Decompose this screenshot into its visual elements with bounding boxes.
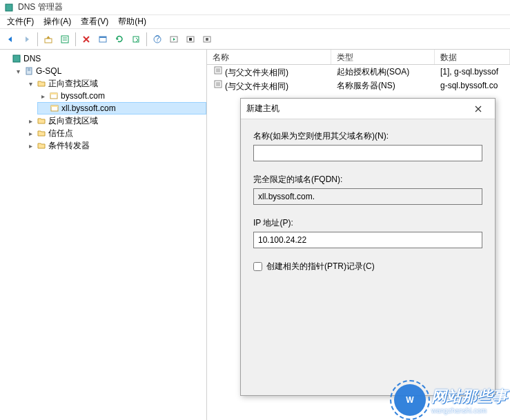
menu-file[interactable]: 文件(F) (3, 15, 38, 28)
tree-label: 信任点 (48, 128, 73, 139)
tree-server[interactable]: ▾ G-SQL (12, 65, 206, 77)
tree-root-dns[interactable]: DNS (0, 52, 206, 65)
folder-icon (36, 128, 47, 139)
cell-type: 名称服务器(NS) (331, 80, 435, 92)
svg-rect-23 (51, 106, 58, 107)
cell-type: 起始授权机构(SOA) (331, 66, 435, 78)
chevron-down-icon: ▾ (14, 67, 22, 75)
chevron-right-icon: ▸ (26, 141, 35, 150)
svg-rect-21 (50, 93, 57, 94)
tree-panel: DNS ▾ G-SQL ▾ (0, 50, 207, 420)
folder-icon (36, 140, 47, 151)
new-host-dialog: 新建主机 名称(如果为空则使用其父域名称)(N): 完全限定的域名(FQDN):… (240, 98, 496, 396)
svg-rect-12 (189, 38, 192, 41)
watermark: W 网站那些事 wangzhanshi.com (394, 384, 507, 416)
cell-data: g-sql.byssoft.co (435, 81, 510, 90)
tree-label: byssoft.com (61, 91, 105, 101)
pause-button[interactable] (199, 32, 215, 47)
menu-help[interactable]: 帮助(H) (114, 15, 150, 28)
name-input[interactable] (253, 145, 482, 161)
dialog-titlebar[interactable]: 新建主机 (241, 99, 495, 119)
delete-button[interactable] (79, 32, 94, 47)
table-row[interactable]: (与父文件夹相同) 起始授权机构(SOA) [1], g-sql.byssof (207, 65, 510, 79)
column-name[interactable]: 名称 (207, 50, 331, 64)
refresh-button[interactable] (112, 32, 127, 47)
list-body: (与父文件夹相同) 起始授权机构(SOA) [1], g-sql.byssof … (207, 65, 510, 92)
table-row[interactable]: (与父文件夹相同) 名称服务器(NS) g-sql.byssoft.co (207, 79, 510, 92)
ptr-checkbox-row[interactable]: 创建相关的指针(PTR)记录(C) (253, 261, 482, 272)
chevron-right-icon: ▸ (26, 117, 35, 125)
app-icon (4, 3, 14, 12)
menubar: 文件(F) 操作(A) 查看(V) 帮助(H) (0, 15, 510, 29)
record-icon (213, 65, 224, 76)
tree-zone-xll[interactable]: xll.byssoft.com (37, 102, 206, 114)
svg-text:?: ? (155, 34, 160, 43)
tree-label: 正向查找区域 (48, 78, 98, 90)
watermark-text: 网站那些事 (431, 386, 507, 407)
help-button[interactable]: ? (150, 32, 165, 47)
ptr-checkbox[interactable] (253, 262, 262, 271)
cell-name: (与父文件夹相同) (225, 68, 288, 77)
tree-label: G-SQL (36, 66, 61, 76)
toolbar: ? (0, 29, 510, 50)
forward-button[interactable] (19, 32, 35, 47)
toolbar-separator (75, 32, 76, 46)
menu-action[interactable]: 操作(A) (39, 15, 75, 28)
column-type[interactable]: 类型 (331, 50, 435, 64)
tree-label: DNS (23, 54, 41, 63)
tree-forward-zone[interactable]: ▾ 正向查找区域 (25, 77, 206, 90)
folder-icon (36, 115, 47, 126)
svg-rect-13 (204, 37, 210, 42)
back-button[interactable] (3, 32, 18, 47)
fqdn-label: 完全限定的域名(FQDN): (253, 174, 482, 186)
stop-button[interactable] (183, 32, 198, 47)
tree-conditional-forwarders[interactable]: ▸ 条件转发器 (25, 139, 206, 152)
run-button[interactable] (166, 32, 182, 47)
ip-input[interactable] (253, 232, 482, 248)
watermark-logo: W (394, 384, 426, 416)
tree-reverse-zone[interactable]: ▸ 反向查找区域 (25, 114, 206, 127)
ip-label: IP 地址(P): (253, 217, 482, 229)
window-title: DNS 管理器 (18, 1, 63, 13)
menu-view[interactable]: 查看(V) (77, 15, 112, 28)
name-label: 名称(如果为空则使用其父域名称)(N): (253, 130, 482, 142)
dialog-title-text: 新建主机 (246, 103, 279, 114)
dns-icon (11, 53, 22, 64)
tree-trust-points[interactable]: ▸ 信任点 (25, 127, 206, 139)
export-button[interactable] (128, 32, 144, 47)
svg-rect-7 (133, 37, 139, 42)
cell-name: (与父文件夹相同) (225, 81, 288, 91)
ptr-label: 创建相关的指针(PTR)记录(C) (266, 261, 375, 272)
column-data[interactable]: 数据 (435, 50, 510, 64)
zone-icon (48, 90, 59, 101)
tree-zone-byssoft[interactable]: ▸ byssoft.com (37, 90, 206, 102)
content-panel: 名称 类型 数据 (与父文件夹相同) 起始授权机构(SOA) [1], g-sq… (207, 50, 510, 420)
chevron-down-icon (1, 54, 10, 63)
toolbar-separator (146, 32, 147, 46)
close-icon (474, 105, 482, 113)
zone-icon (49, 103, 60, 114)
main-split: DNS ▾ G-SQL ▾ (0, 50, 510, 420)
up-button[interactable] (41, 32, 56, 47)
folder-icon (36, 78, 47, 89)
svg-rect-0 (6, 4, 12, 11)
tree-label: 反向查找区域 (48, 115, 98, 127)
chevron-right-icon: ▸ (26, 129, 35, 137)
spacer (39, 104, 48, 112)
server-icon (23, 66, 35, 77)
list-header: 名称 类型 数据 (207, 50, 510, 65)
chevron-down-icon: ▾ (26, 79, 35, 88)
svg-rect-6 (99, 37, 106, 38)
cell-data: [1], g-sql.byssof (435, 67, 510, 77)
tree-label: 条件转发器 (48, 140, 90, 152)
window-titlebar: DNS 管理器 (0, 0, 510, 15)
dialog-body: 名称(如果为空则使用其父域名称)(N): 完全限定的域名(FQDN): IP 地… (241, 119, 495, 283)
close-button[interactable] (467, 101, 489, 117)
record-icon (213, 79, 224, 90)
new-window-button[interactable] (95, 32, 110, 47)
chevron-right-icon: ▸ (39, 92, 47, 100)
toolbar-separator (37, 32, 38, 46)
svg-rect-16 (13, 55, 20, 62)
svg-rect-2 (61, 36, 68, 43)
properties-button[interactable] (57, 32, 72, 47)
